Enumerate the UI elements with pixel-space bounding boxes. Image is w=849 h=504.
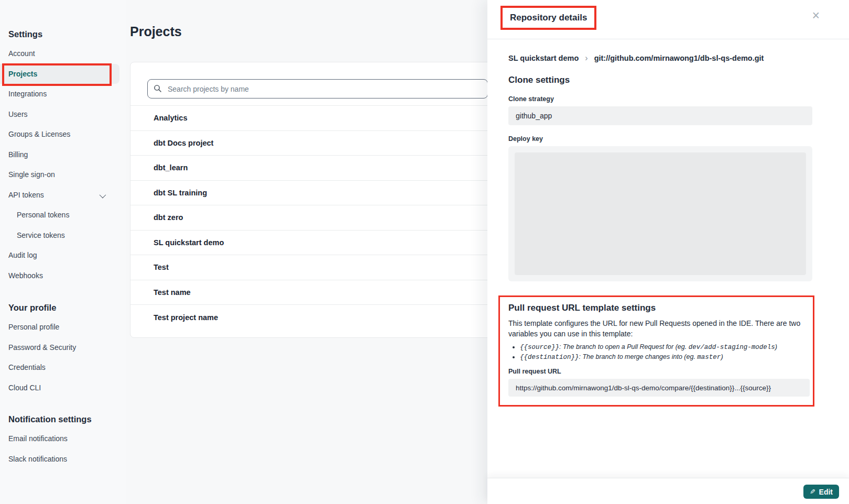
sidebar-item-label: Webhooks xyxy=(8,271,43,280)
project-row-test-name[interactable]: Test name xyxy=(130,280,499,305)
project-row-test[interactable]: Test xyxy=(130,255,499,280)
variable-code: {{source}} xyxy=(520,344,559,351)
pull-request-url-label: Pull request URL xyxy=(508,368,810,375)
project-row-dbt-sl-training[interactable]: dbt SL training xyxy=(130,181,499,206)
close-icon[interactable]: × xyxy=(812,9,820,22)
project-name: Test name xyxy=(154,288,191,297)
sidebar-item-label: Audit log xyxy=(8,251,37,259)
project-name: Test xyxy=(154,263,169,271)
sidebar-item-personal-tokens[interactable]: Personal tokens xyxy=(0,205,126,225)
sidebar-item-groups-licenses[interactable]: Groups & Licenses xyxy=(0,124,126,145)
sidebar-item-label: Users xyxy=(8,110,28,118)
sidebar-item-label: Integrations xyxy=(8,90,47,98)
sidebar-item-label: Personal profile xyxy=(8,323,59,331)
sidebar-item-billing[interactable]: Billing xyxy=(0,145,126,165)
breadcrumb-separator-icon: › xyxy=(585,53,587,63)
sidebar-item-users[interactable]: Users xyxy=(0,104,126,125)
sidebar-item-api-tokens[interactable]: API tokens xyxy=(0,185,126,205)
sidebar-item-label: API tokens xyxy=(8,191,44,199)
sidebar-item-password-security[interactable]: Password & Security xyxy=(0,337,126,358)
search-input[interactable] xyxy=(147,79,488,98)
chevron-down-icon xyxy=(100,191,106,198)
sidebar-item-label: Billing xyxy=(8,150,28,159)
drawer-footer: ✎ Edit xyxy=(487,478,849,504)
project-name: dbt_learn xyxy=(154,163,188,172)
sidebar-item-projects[interactable]: Projects xyxy=(0,64,119,84)
deploy-key-redacted-content xyxy=(515,152,806,275)
annotation-box-repository-details: Repository details xyxy=(500,6,596,30)
breadcrumb-project[interactable]: SL quickstart demo xyxy=(508,54,579,62)
sidebar-item-label: Personal tokens xyxy=(17,211,69,219)
page-title: Projects xyxy=(130,24,182,39)
drawer-body: SL quickstart demo › git://github.com/mi… xyxy=(487,53,849,407)
sidebar-item-label: Cloud CLI xyxy=(8,384,41,392)
deploy-key-label: Deploy key xyxy=(508,135,812,143)
project-row-analytics[interactable]: Analytics xyxy=(130,106,499,131)
variable-code: {{destination}} xyxy=(520,354,579,361)
sidebar-item-label: Account xyxy=(8,49,35,58)
sidebar-item-account[interactable]: Account xyxy=(0,43,126,64)
clone-strategy-label: Clone strategy xyxy=(508,95,812,103)
projects-card: Analytics dbt Docs project dbt_learn dbt… xyxy=(130,62,500,338)
sidebar-item-label: Email notifications xyxy=(8,434,68,443)
sidebar-settings-list: Account Projects Integrations Users Grou… xyxy=(0,43,126,286)
deploy-key-box xyxy=(508,146,812,281)
project-search xyxy=(147,79,488,98)
annotation-box-pull-request-settings: Pull request URL template settings This … xyxy=(498,295,814,407)
variable-example: dev/add-staging-models xyxy=(689,344,775,351)
sidebar-item-integrations[interactable]: Integrations xyxy=(0,84,126,104)
template-variable-item: {{destination}}: The branch to merge cha… xyxy=(520,353,810,362)
repository-details-panel: Repository details × SL quickstart demo … xyxy=(487,0,849,504)
pull-request-settings-description: This template configures the URL for new… xyxy=(508,318,810,339)
sidebar-item-label: Projects xyxy=(8,70,37,78)
variable-description: : The branch to merge changes into (eg. xyxy=(579,353,698,360)
edit-button-label: Edit xyxy=(819,488,833,496)
sidebar-section-header-notifications: Notification settings xyxy=(8,415,126,424)
edit-button[interactable]: ✎ Edit xyxy=(803,485,839,499)
settings-sidebar: Settings Account Projects Integrations U… xyxy=(0,0,126,504)
sidebar-item-label: Single sign-on xyxy=(8,170,55,179)
sidebar-item-service-tokens[interactable]: Service tokens xyxy=(0,225,126,246)
sidebar-item-label: Password & Security xyxy=(8,343,76,352)
drawer-header: Repository details × xyxy=(487,0,849,39)
pull-request-settings-heading: Pull request URL template settings xyxy=(508,303,810,313)
sidebar-item-cloud-cli[interactable]: Cloud CLI xyxy=(0,378,126,398)
sidebar-item-personal-profile[interactable]: Personal profile xyxy=(0,317,126,337)
project-row-test-project-name[interactable]: Test project name xyxy=(130,305,499,330)
variable-example: master xyxy=(697,354,721,361)
sidebar-section-header-profile: Your profile xyxy=(8,303,126,312)
clone-settings-heading: Clone settings xyxy=(508,75,812,85)
sidebar-item-label: Groups & Licenses xyxy=(8,130,70,138)
project-name: SL quickstart demo xyxy=(154,238,224,247)
sidebar-profile-list: Personal profile Password & Security Cre… xyxy=(0,317,126,398)
template-variable-item: {{source}}: The branch to open a Pull Re… xyxy=(520,343,810,352)
project-name: dbt SL training xyxy=(154,189,207,197)
variable-description-close: ) xyxy=(775,343,777,350)
project-name: dbt Docs project xyxy=(154,139,213,147)
sidebar-section-header-settings: Settings xyxy=(8,30,126,39)
pull-request-url-field[interactable]: https://github.com/mirnawong1/db-sl-qs-d… xyxy=(508,379,810,397)
sidebar-item-slack-notifications[interactable]: Slack notifications xyxy=(0,449,126,469)
project-row-dbt-zero[interactable]: dbt zero xyxy=(130,205,499,231)
sidebar-item-single-sign-on[interactable]: Single sign-on xyxy=(0,165,126,185)
clone-strategy-field[interactable]: github_app xyxy=(508,106,812,125)
sidebar-item-email-notifications[interactable]: Email notifications xyxy=(0,429,126,449)
sidebar-notification-list: Email notifications Slack notifications xyxy=(0,429,126,469)
sidebar-item-webhooks[interactable]: Webhooks xyxy=(0,266,126,286)
pencil-icon: ✎ xyxy=(810,488,815,496)
project-name: Analytics xyxy=(154,114,187,122)
project-name: Test project name xyxy=(154,313,218,322)
template-variables-list: {{source}}: The branch to open a Pull Re… xyxy=(508,343,810,361)
project-row-dbt-learn[interactable]: dbt_learn xyxy=(130,156,499,181)
project-name: dbt zero xyxy=(154,213,183,222)
sidebar-item-label: Credentials xyxy=(8,363,46,371)
project-row-sl-quickstart-demo[interactable]: SL quickstart demo xyxy=(130,231,499,256)
sidebar-item-label: Slack notifications xyxy=(8,455,67,463)
drawer-title: Repository details xyxy=(510,13,587,23)
sidebar-item-audit-log[interactable]: Audit log xyxy=(0,245,126,266)
variable-description: : The branch to open a Pull Request for … xyxy=(559,343,689,350)
sidebar-item-credentials[interactable]: Credentials xyxy=(0,357,126,378)
project-row-dbt-docs-project[interactable]: dbt Docs project xyxy=(130,131,499,156)
variable-description-close: ) xyxy=(721,353,723,360)
breadcrumb: SL quickstart demo › git://github.com/mi… xyxy=(508,53,812,63)
